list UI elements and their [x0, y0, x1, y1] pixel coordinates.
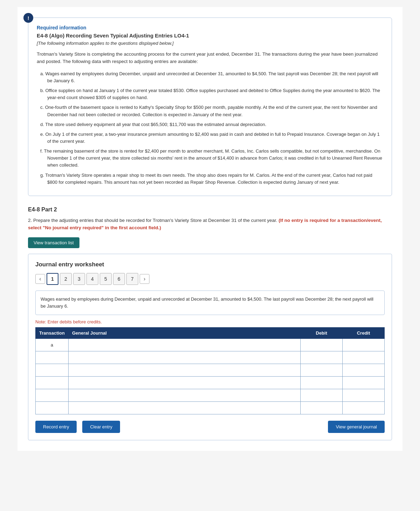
debit-cell[interactable]: [301, 351, 343, 364]
credit-cell[interactable]: [343, 364, 385, 376]
tab-prev-button[interactable]: ‹: [35, 274, 45, 284]
problem-list-item: a. Wages earned by employees during Dece…: [40, 70, 383, 84]
general-journal-input[interactable]: [71, 392, 298, 399]
tab-7[interactable]: 7: [126, 273, 138, 285]
transaction-cell: [36, 364, 69, 376]
required-info-label: Required information: [37, 25, 383, 30]
tab-next-button[interactable]: ›: [140, 274, 149, 284]
credit-input[interactable]: [345, 379, 382, 386]
general-journal-cell[interactable]: [68, 351, 300, 364]
problem-list-item: b. Office supplies on hand at January 1 …: [40, 87, 383, 101]
tab-6[interactable]: 6: [113, 273, 125, 285]
tab-2[interactable]: 2: [60, 273, 72, 285]
tab-5[interactable]: 5: [100, 273, 112, 285]
table-row: [36, 376, 385, 389]
transaction-cell: [36, 376, 69, 389]
debit-cell[interactable]: [301, 364, 343, 376]
credit-cell[interactable]: [343, 338, 385, 351]
problem-list-item: f. The remaining basement of the store i…: [40, 148, 383, 169]
debit-cell[interactable]: [301, 401, 343, 414]
general-journal-cell[interactable]: [68, 376, 300, 389]
table-row: [36, 389, 385, 401]
view-transaction-list-button[interactable]: View transaction list: [28, 237, 79, 248]
problem-subtitle: [The following information applies to th…: [37, 41, 383, 46]
worksheet-title: Journal entry worksheet: [35, 261, 385, 268]
description-box: Wages earned by employees during Decembe…: [35, 290, 385, 315]
col-header-credit: Credit: [343, 327, 385, 338]
debit-input[interactable]: [303, 392, 340, 399]
general-journal-input[interactable]: [71, 405, 298, 411]
transaction-cell: a: [36, 338, 69, 351]
worksheet-container: Journal entry worksheet ‹ 1 2 3 4 5 6 7 …: [28, 254, 392, 440]
credit-cell[interactable]: [343, 401, 385, 414]
debit-cell[interactable]: [301, 389, 343, 401]
transaction-cell: [36, 389, 69, 401]
debit-cell[interactable]: [301, 338, 343, 351]
credit-cell[interactable]: [343, 389, 385, 401]
problem-title: E4-8 (Algo) Recording Seven Typical Adju…: [37, 33, 383, 38]
part2-instruction: 2. Prepare the adjusting entries that sh…: [28, 217, 392, 232]
debit-input[interactable]: [303, 379, 340, 386]
record-entry-button[interactable]: Record entry: [35, 421, 77, 433]
credit-cell[interactable]: [343, 351, 385, 364]
credit-cell[interactable]: [343, 376, 385, 389]
part2-instruction-plain: 2. Prepare the adjusting entries that sh…: [28, 218, 277, 223]
credit-input[interactable]: [345, 342, 382, 348]
general-journal-input[interactable]: [71, 354, 298, 361]
col-header-general-journal: General Journal: [68, 327, 300, 338]
debit-input[interactable]: [303, 354, 340, 361]
general-journal-cell[interactable]: [68, 338, 300, 351]
transaction-cell: [36, 401, 69, 414]
general-journal-input[interactable]: [71, 367, 298, 373]
credit-input[interactable]: [345, 367, 382, 373]
credit-input[interactable]: [345, 392, 382, 399]
view-general-journal-button[interactable]: View general journal: [328, 421, 385, 433]
table-row: [36, 364, 385, 376]
debit-input[interactable]: [303, 342, 340, 348]
general-journal-input[interactable]: [71, 379, 298, 386]
clear-entry-button[interactable]: Clear entry: [82, 421, 120, 433]
transaction-cell: [36, 351, 69, 364]
general-journal-cell[interactable]: [68, 364, 300, 376]
problem-list-item: g. Trotman's Variety Store operates a re…: [40, 172, 383, 186]
tab-4[interactable]: 4: [86, 273, 98, 285]
problem-list-item: e. On July 1 of the current year, a two-…: [40, 131, 383, 145]
page-container: ! Required information E4-8 (Algo) Recor…: [18, 7, 402, 451]
col-header-transaction: Transaction: [36, 327, 69, 338]
journal-table: Transaction General Journal Debit Credit…: [35, 327, 385, 414]
part2-title: E4-8 Part 2: [28, 206, 392, 213]
general-journal-cell[interactable]: [68, 401, 300, 414]
info-box: ! Required information E4-8 (Algo) Recor…: [28, 18, 392, 196]
general-journal-cell[interactable]: [68, 389, 300, 401]
problem-list-item: c. One-fourth of the basement space is r…: [40, 104, 383, 118]
note-text: Note: Enter debits before credits.: [35, 319, 385, 324]
table-row: [36, 351, 385, 364]
bottom-buttons: Record entry Clear entry View general jo…: [35, 421, 385, 433]
tab-1[interactable]: 1: [47, 273, 58, 285]
general-journal-input[interactable]: [71, 342, 298, 348]
info-icon: !: [23, 13, 33, 23]
problem-intro: Trotman's Variety Store is completing th…: [37, 51, 383, 65]
table-row: [36, 401, 385, 414]
credit-input[interactable]: [345, 354, 382, 361]
credit-input[interactable]: [345, 405, 382, 411]
problem-list: a. Wages earned by employees during Dece…: [40, 70, 383, 186]
debit-cell[interactable]: [301, 376, 343, 389]
problem-list-item: d. The store used delivery equipment all…: [40, 121, 383, 128]
debit-input[interactable]: [303, 405, 340, 411]
table-row: a: [36, 338, 385, 351]
tabs-row: ‹ 1 2 3 4 5 6 7 ›: [35, 273, 385, 285]
col-header-debit: Debit: [301, 327, 343, 338]
debit-input[interactable]: [303, 367, 340, 373]
tab-3[interactable]: 3: [73, 273, 85, 285]
